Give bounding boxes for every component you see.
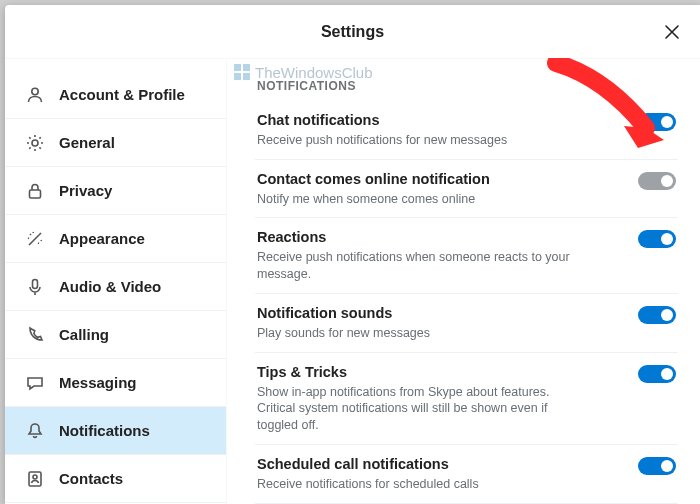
setting-title: Tips & Tricks (257, 363, 626, 382)
setting-text: Notification soundsPlay sounds for new m… (257, 304, 626, 342)
setting-description: Receive push notifications for new messa… (257, 132, 577, 149)
sidebar: Account & ProfileGeneralPrivacyAppearanc… (5, 59, 227, 504)
contacts-icon (25, 469, 45, 489)
toggle-sched[interactable] (638, 457, 676, 475)
wand-icon (25, 229, 45, 249)
sidebar-item-general[interactable]: General (5, 119, 226, 167)
setting-row-tips: Tips & TricksShow in-app notifications f… (255, 352, 678, 444)
setting-text: Tips & TricksShow in-app notifications f… (257, 363, 626, 434)
bell-icon (25, 421, 45, 441)
close-icon (664, 24, 680, 43)
sidebar-item-label: Calling (59, 326, 218, 343)
setting-description: Play sounds for new messages (257, 325, 577, 342)
settings-list: Chat notificationsReceive push notificat… (255, 101, 678, 504)
watermark: TheWindowsClub (233, 63, 373, 81)
setting-text: Scheduled call notificationsReceive noti… (257, 455, 626, 493)
sidebar-item-label: Messaging (59, 374, 218, 391)
setting-title: Reactions (257, 228, 626, 247)
setting-title: Scheduled call notifications (257, 455, 626, 474)
sidebar-item-label: General (59, 134, 218, 151)
setting-row-sched: Scheduled call notificationsReceive noti… (255, 444, 678, 503)
sidebar-item-appearance[interactable]: Appearance (5, 215, 226, 263)
svg-point-0 (32, 88, 38, 94)
gear-icon (25, 133, 45, 153)
sidebar-item-label: Appearance (59, 230, 218, 247)
svg-rect-3 (33, 279, 38, 288)
chat-icon (25, 373, 45, 393)
setting-text: Chat notificationsReceive push notificat… (257, 111, 626, 149)
sidebar-item-notifications[interactable]: Notifications (5, 407, 226, 455)
section-header: NOTIFICATIONS (257, 79, 678, 93)
setting-description: Receive push notifications when someone … (257, 249, 577, 283)
notifications-panel: TheWindowsClub NOTIFICATIONS Chat notifi… (227, 59, 700, 504)
sidebar-item-contacts[interactable]: Contacts (5, 455, 226, 503)
svg-rect-7 (243, 64, 250, 71)
sidebar-item-messaging[interactable]: Messaging (5, 359, 226, 407)
setting-title: Contact comes online notification (257, 170, 626, 189)
sidebar-item-label: Audio & Video (59, 278, 218, 295)
sidebar-item-audio-video[interactable]: Audio & Video (5, 263, 226, 311)
sidebar-item-label: Account & Profile (59, 86, 218, 103)
toggle-reactions[interactable] (638, 230, 676, 248)
watermark-text: TheWindowsClub (255, 64, 373, 81)
modal-title: Settings (321, 23, 384, 41)
setting-row-sounds: Notification soundsPlay sounds for new m… (255, 293, 678, 352)
toggle-online[interactable] (638, 172, 676, 190)
setting-description: Notify me when someone comes online (257, 191, 577, 208)
sidebar-item-label: Notifications (59, 422, 218, 439)
setting-title: Chat notifications (257, 111, 626, 130)
sidebar-item-calling[interactable]: Calling (5, 311, 226, 359)
setting-description: Show in-app notifications from Skype abo… (257, 384, 577, 435)
watermark-logo-icon (233, 63, 251, 81)
sidebar-item-label: Contacts (59, 470, 218, 487)
svg-point-5 (33, 475, 37, 479)
setting-text: ReactionsReceive push notifications when… (257, 228, 626, 283)
svg-rect-6 (234, 64, 241, 71)
svg-point-1 (32, 140, 38, 146)
setting-row-chat: Chat notificationsReceive push notificat… (255, 101, 678, 159)
mic-icon (25, 277, 45, 297)
settings-modal: Settings Account & ProfileGeneralPrivacy… (5, 5, 700, 504)
modal-header: Settings (5, 5, 700, 59)
setting-title: Notification sounds (257, 304, 626, 323)
setting-text: Contact comes online notificationNotify … (257, 170, 626, 208)
sidebar-item-account-profile[interactable]: Account & Profile (5, 71, 226, 119)
toggle-sounds[interactable] (638, 306, 676, 324)
setting-row-online: Contact comes online notificationNotify … (255, 159, 678, 218)
phone-icon (25, 325, 45, 345)
toggle-tips[interactable] (638, 365, 676, 383)
svg-rect-2 (30, 190, 41, 198)
svg-rect-8 (234, 73, 241, 80)
user-icon (25, 85, 45, 105)
close-button[interactable] (658, 19, 686, 47)
toggle-chat[interactable] (638, 113, 676, 131)
setting-description: Receive notifications for scheduled call… (257, 476, 577, 493)
setting-row-reactions: ReactionsReceive push notifications when… (255, 217, 678, 293)
sidebar-item-label: Privacy (59, 182, 218, 199)
lock-icon (25, 181, 45, 201)
sidebar-item-privacy[interactable]: Privacy (5, 167, 226, 215)
svg-rect-9 (243, 73, 250, 80)
